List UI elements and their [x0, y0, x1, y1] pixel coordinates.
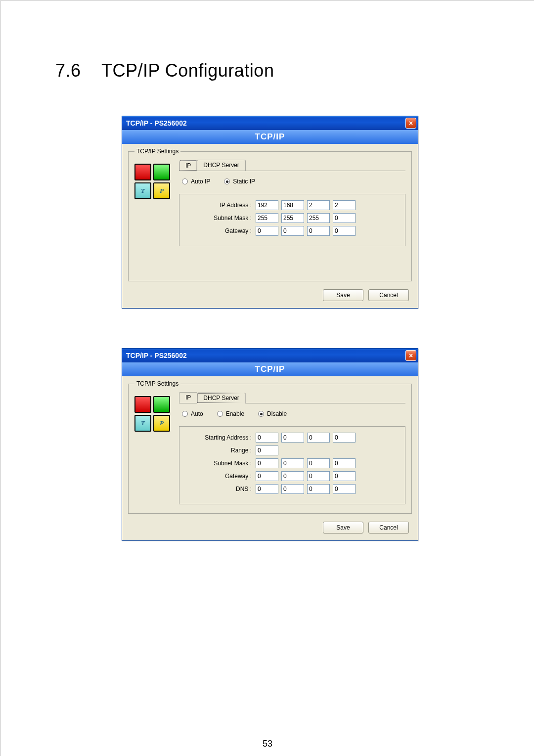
- titlebar[interactable]: TCP/IP - PS256002 ×: [122, 116, 418, 130]
- label-ip-address: IP Address :: [186, 202, 256, 209]
- section-heading: 7.6 TCP/IP Configuration: [55, 60, 485, 81]
- ip-octet-3[interactable]: [307, 200, 330, 210]
- ip-mode-radios: Auto IP Static IP: [182, 178, 405, 185]
- close-button[interactable]: ×: [405, 350, 416, 361]
- mask-octet-2[interactable]: [281, 213, 304, 223]
- row-ip-address: IP Address :: [186, 200, 398, 210]
- dialog-banner: TCP/IP: [122, 130, 418, 144]
- dns-octet-2[interactable]: [281, 484, 304, 494]
- tcpip-dialog-ip: TCP/IP - PS256002 × TCP/IP TCP/IP Settin…: [122, 116, 418, 309]
- icon-quad-p: P: [153, 182, 170, 199]
- dialog-buttons: Save Cancel: [128, 522, 412, 534]
- close-button[interactable]: ×: [405, 118, 416, 129]
- start-octet-1[interactable]: [256, 433, 278, 443]
- start-octet-2[interactable]: [281, 433, 304, 443]
- close-icon: ×: [409, 120, 413, 127]
- radio-enable[interactable]: Enable: [217, 410, 244, 417]
- radio-icon: [217, 411, 223, 417]
- tab-dhcp-server[interactable]: DHCP Server: [197, 393, 245, 403]
- gw-octet-4[interactable]: [333, 471, 356, 481]
- radio-icon: [182, 411, 188, 417]
- document-page: 7.6 TCP/IP Configuration TCP/IP - PS2560…: [0, 0, 534, 756]
- icon-quad-green: [153, 396, 170, 413]
- fieldset-legend: TCP/IP Settings: [134, 148, 180, 155]
- icon-quad-p: P: [153, 415, 170, 432]
- ip-octet-1[interactable]: [256, 200, 278, 210]
- dialog-buttons: Save Cancel: [128, 289, 412, 302]
- ip-octet-4[interactable]: [333, 200, 356, 210]
- radio-label: Auto: [191, 410, 203, 417]
- tab-ip[interactable]: IP: [179, 392, 197, 403]
- tabs: IP DHCP Server: [179, 160, 405, 171]
- dialog-body: TCP/IP Settings T P IP DHCP Server: [122, 144, 418, 308]
- gw-octet-2[interactable]: [281, 226, 304, 236]
- gw-octet-2[interactable]: [281, 471, 304, 481]
- icon-quad-t: T: [134, 415, 151, 432]
- mask-octet-2[interactable]: [281, 458, 304, 468]
- gw-octet-1[interactable]: [256, 226, 278, 236]
- radio-label: Enable: [226, 410, 244, 417]
- label-gateway: Gateway :: [186, 473, 256, 480]
- gw-octet-3[interactable]: [307, 471, 330, 481]
- icon-quad-green: [153, 164, 170, 180]
- ip-octet-2[interactable]: [281, 200, 304, 210]
- start-octet-4[interactable]: [333, 433, 356, 443]
- radio-label: Auto IP: [191, 178, 210, 185]
- radio-auto[interactable]: Auto: [182, 410, 203, 417]
- gw-octet-4[interactable]: [333, 226, 356, 236]
- row-gateway: Gateway :: [186, 471, 398, 481]
- mask-octet-3[interactable]: [307, 213, 330, 223]
- dialog-banner: TCP/IP: [122, 362, 418, 376]
- label-starting-address: Starting Address :: [186, 434, 256, 441]
- ip-fields: IP Address : Subnet Mask :: [179, 194, 405, 246]
- fieldset-legend: TCP/IP Settings: [134, 380, 180, 387]
- row-dns: DNS :: [186, 484, 398, 494]
- cancel-button[interactable]: Cancel: [368, 522, 409, 534]
- dns-octet-4[interactable]: [333, 484, 356, 494]
- radio-label: Static IP: [233, 178, 255, 185]
- radio-icon: [182, 178, 188, 184]
- mask-octet-3[interactable]: [307, 458, 330, 468]
- dns-octet-1[interactable]: [256, 484, 278, 494]
- tcpip-icon: T P: [134, 396, 170, 432]
- tcpip-icon: T P: [134, 164, 170, 199]
- titlebar[interactable]: TCP/IP - PS256002 ×: [122, 349, 418, 362]
- mask-octet-1[interactable]: [256, 213, 278, 223]
- mask-octet-1[interactable]: [256, 458, 278, 468]
- save-button[interactable]: Save: [323, 522, 363, 534]
- cancel-button[interactable]: Cancel: [368, 289, 409, 301]
- mask-octet-4[interactable]: [333, 458, 356, 468]
- icon-quad-red: [134, 396, 151, 413]
- range-value[interactable]: [256, 445, 278, 455]
- label-subnet-mask: Subnet Mask :: [186, 215, 256, 222]
- window-title: TCP/IP - PS256002: [126, 352, 187, 359]
- row-subnet-mask: Subnet Mask :: [186, 458, 398, 468]
- page-number: 53: [263, 739, 272, 749]
- icon-quad-t: T: [134, 182, 151, 199]
- radio-static-ip[interactable]: Static IP: [224, 178, 255, 185]
- row-subnet-mask: Subnet Mask :: [186, 213, 398, 223]
- dns-octet-3[interactable]: [307, 484, 330, 494]
- dhcp-mode-radios: Auto Enable Disable: [182, 410, 405, 417]
- dialog-body: TCP/IP Settings T P IP DHCP Server: [122, 376, 418, 540]
- tcpip-dialog-dhcp: TCP/IP - PS256002 × TCP/IP TCP/IP Settin…: [122, 348, 418, 541]
- gw-octet-3[interactable]: [307, 226, 330, 236]
- gw-octet-1[interactable]: [256, 471, 278, 481]
- tabs: IP DHCP Server: [179, 392, 405, 403]
- row-gateway: Gateway :: [186, 226, 398, 236]
- tcpip-settings-fieldset: TCP/IP Settings T P IP DHCP Server: [128, 380, 412, 514]
- icon-quad-red: [134, 164, 151, 180]
- tab-ip[interactable]: IP: [179, 160, 197, 171]
- radio-icon: [224, 178, 230, 184]
- save-button[interactable]: Save: [323, 289, 363, 301]
- start-octet-3[interactable]: [307, 433, 330, 443]
- label-gateway: Gateway :: [186, 227, 256, 234]
- close-icon: ×: [409, 352, 413, 359]
- tab-dhcp-server[interactable]: DHCP Server: [197, 160, 245, 171]
- row-starting-address: Starting Address :: [186, 433, 398, 443]
- label-range: Range :: [186, 447, 256, 454]
- radio-disable[interactable]: Disable: [258, 410, 287, 417]
- label-subnet-mask: Subnet Mask :: [186, 460, 256, 467]
- radio-auto-ip[interactable]: Auto IP: [182, 178, 210, 185]
- mask-octet-4[interactable]: [333, 213, 356, 223]
